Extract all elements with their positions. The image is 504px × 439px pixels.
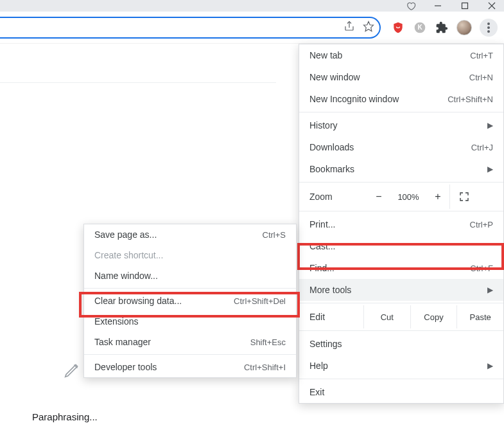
menu-label: Help [309, 361, 328, 371]
menu-label: Create shortcut... [94, 250, 163, 260]
svg-point-9 [487, 30, 490, 33]
menu-label: Clear browsing data... [94, 296, 182, 306]
pen-icon [63, 360, 82, 379]
star-icon[interactable] [363, 21, 374, 35]
menu-print[interactable]: Print... Ctrl+P [299, 213, 503, 235]
menu-label: New Incognito window [309, 94, 399, 104]
menu-shortcut: Ctrl+T [470, 51, 493, 60]
menu-label: More tools [309, 285, 351, 295]
svg-marker-4 [364, 21, 374, 31]
menu-label: Bookmarks [309, 164, 354, 174]
menu-separator [299, 330, 503, 331]
menu-separator [299, 379, 503, 379]
menu-exit[interactable]: Exit [299, 381, 503, 403]
menu-new-window[interactable]: New window Ctrl+N [299, 66, 503, 88]
menu-new-tab[interactable]: New tab Ctrl+T [299, 44, 503, 66]
edit-paste[interactable]: Paste [456, 305, 503, 328]
menu-cast[interactable]: Cast... [299, 235, 503, 257]
menu-shortcut: Shift+Esc [250, 337, 286, 347]
menu-bookmarks[interactable]: Bookmarks ▶ [299, 158, 503, 180]
menu-zoom: Zoom − 100% + [299, 184, 503, 209]
menu-incognito[interactable]: New Incognito window Ctrl+Shift+N [299, 88, 503, 110]
menu-label: History [309, 120, 338, 130]
menu-downloads[interactable]: Downloads Ctrl+J [299, 136, 503, 158]
menu-shortcut: Ctrl+Shift+N [448, 94, 493, 104]
heart-icon[interactable] [405, 0, 417, 12]
zoom-in-button[interactable]: + [426, 191, 449, 202]
menu-shortcut: Ctrl+N [469, 73, 493, 82]
menu-label: Exit [309, 387, 324, 397]
chevron-right-icon: ▶ [487, 121, 493, 130]
chevron-right-icon: ▶ [487, 285, 493, 294]
content-divider [0, 82, 276, 83]
menu-shortcut: Ctrl+Shift+I [244, 363, 286, 372]
menu-separator [299, 182, 503, 183]
submenu-developer-tools[interactable]: Developer tools Ctrl+Shift+I [84, 357, 296, 377]
menu-button[interactable] [480, 19, 498, 37]
menu-help[interactable]: Help ▶ [299, 355, 503, 377]
zoom-value: 100% [390, 192, 426, 202]
menu-label: Settings [309, 339, 342, 349]
menu-separator [299, 211, 503, 211]
menu-separator [84, 354, 296, 355]
menu-label: Extensions [94, 316, 138, 327]
submenu-task-manager[interactable]: Task manager Shift+Esc [84, 332, 296, 352]
menu-settings[interactable]: Settings [299, 333, 503, 355]
submenu-clear-browsing-data[interactable]: Clear browsing data... Ctrl+Shift+Del [84, 291, 296, 311]
zoom-label: Zoom [309, 192, 367, 202]
menu-find[interactable]: Find... Ctrl+F [299, 257, 503, 279]
menu-label: Print... [309, 219, 335, 229]
more-tools-submenu: Save page as... Ctrl+S Create shortcut..… [83, 224, 297, 378]
submenu-extensions[interactable]: Extensions [84, 311, 296, 332]
menu-label: Cast... [309, 241, 335, 251]
svg-text:K: K [417, 24, 422, 31]
profile-avatar[interactable] [456, 20, 472, 35]
close-button[interactable] [486, 0, 498, 12]
k-extension-icon[interactable]: K [413, 21, 427, 35]
extensions-icon[interactable] [435, 21, 449, 35]
svg-point-8 [487, 26, 490, 29]
svg-point-7 [487, 22, 490, 25]
menu-label: Save page as... [94, 229, 157, 240]
share-icon[interactable] [343, 21, 355, 35]
menu-label: Find... [309, 263, 335, 273]
menu-shortcut: Ctrl+J [471, 143, 493, 152]
main-menu: New tab Ctrl+T New window Ctrl+N New Inc… [299, 44, 504, 404]
menu-shortcut: Ctrl+Shift+Del [234, 296, 286, 306]
menu-more-tools[interactable]: More tools ▶ [299, 279, 503, 301]
menu-separator [299, 303, 503, 303]
menu-separator [84, 288, 296, 289]
submenu-create-shortcut: Create shortcut... [84, 245, 296, 265]
maximize-button[interactable] [459, 0, 471, 12]
menu-history[interactable]: History ▶ [299, 114, 503, 136]
menu-edit: Edit Cut Copy Paste [299, 305, 503, 328]
edit-label: Edit [309, 305, 363, 328]
menu-shortcut: Ctrl+P [470, 220, 493, 229]
chevron-right-icon: ▶ [487, 165, 493, 174]
submenu-save-page[interactable]: Save page as... Ctrl+S [84, 224, 296, 245]
menu-label: Downloads [309, 142, 354, 152]
window-controls [0, 0, 504, 12]
omnibox[interactable] [0, 17, 381, 39]
chevron-right-icon: ▶ [487, 361, 493, 370]
edit-copy[interactable]: Copy [410, 305, 457, 328]
submenu-name-window[interactable]: Name window... [84, 265, 296, 286]
zoom-out-button[interactable]: − [367, 191, 390, 202]
minimize-button[interactable] [432, 0, 444, 12]
svg-rect-1 [462, 3, 468, 9]
browser-toolbar: K [0, 12, 504, 44]
menu-separator [299, 112, 503, 112]
menu-label: New tab [309, 50, 342, 60]
ublock-icon[interactable] [391, 21, 405, 35]
menu-label: New window [309, 72, 360, 82]
menu-label: Task manager [94, 337, 151, 347]
fullscreen-button[interactable] [449, 184, 478, 209]
menu-shortcut: Ctrl+S [263, 230, 286, 240]
menu-label: Developer tools [94, 362, 157, 372]
menu-label: Name window... [94, 271, 158, 281]
edit-cut[interactable]: Cut [363, 305, 410, 328]
menu-shortcut: Ctrl+F [470, 264, 493, 273]
page-status-text: Paraphrasing... [32, 411, 98, 422]
extension-icons: K [386, 19, 498, 37]
